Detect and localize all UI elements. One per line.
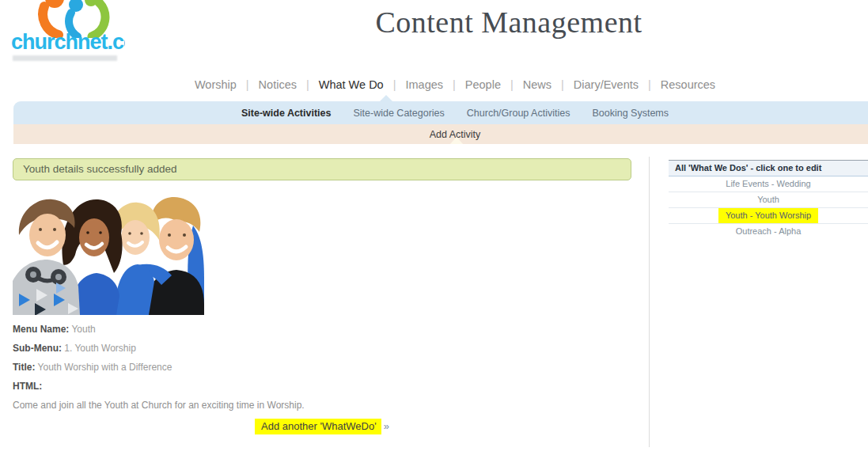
add-another-label: Add another 'WhatWeDo'	[255, 419, 381, 434]
sidebar-item-life-events-wedding[interactable]: Life Events - Wedding	[669, 176, 868, 192]
nav-item-news[interactable]: News	[520, 78, 555, 91]
nav-separator: |	[300, 78, 316, 91]
sidebar-item-youth[interactable]: Youth	[669, 192, 868, 208]
double-chevron-icon: »	[381, 420, 389, 432]
html-content-text: Come and join all the Youth at Church fo…	[13, 400, 305, 411]
success-message: Youth details successfully added	[13, 158, 631, 180]
sidebar-item-highlight: Youth - Youth Worship	[718, 208, 818, 223]
field-label: Title:	[13, 362, 35, 373]
field-label: Menu Name:	[13, 324, 69, 335]
nav-separator: |	[555, 78, 570, 91]
sidebar-header: All 'What We Dos' - click one to edit	[669, 160, 868, 176]
nav-separator: |	[240, 78, 256, 91]
nav-item-diary-events[interactable]: Diary/Events	[570, 78, 642, 91]
nav-separator: |	[446, 78, 462, 91]
subnav-item-site-wide-categories[interactable]: Site-wide Categories	[353, 108, 444, 119]
subnav-item-church-group-activities[interactable]: Church/Group Activities	[467, 108, 570, 119]
field-sub-menu: Sub-Menu: 1. Youth Worship	[13, 343, 136, 354]
field-html: HTML:	[13, 381, 42, 392]
field-value: Youth Worship with a Difference	[38, 362, 172, 373]
primary-nav: Worship| Notices| What We Do| Images| Pe…	[13, 78, 868, 91]
nav-separator: |	[387, 78, 403, 91]
field-label: HTML:	[13, 381, 42, 392]
nav-item-people[interactable]: People	[462, 78, 504, 91]
subnav-bar: Site-wide Activities Site-wide Categorie…	[13, 101, 868, 124]
nav-separator: |	[642, 78, 658, 91]
sidebar-item-outreach-alpha[interactable]: Outreach - Alpha	[669, 224, 868, 240]
nav-item-resources[interactable]: Resources	[658, 78, 718, 91]
subnav-item-site-wide-activities[interactable]: Site-wide Activities	[241, 108, 331, 119]
field-menu-name: Menu Name: Youth	[13, 324, 96, 335]
youth-group-photo	[13, 192, 204, 315]
nav-item-what-we-do[interactable]: What We Do	[316, 78, 387, 91]
field-title: Title: Youth Worship with a Difference	[13, 362, 172, 373]
field-label: Sub-Menu:	[13, 343, 62, 354]
content-sidebar-divider	[649, 157, 650, 447]
add-another-whatwedo-link[interactable]: Add another 'WhatWeDo'»	[13, 420, 631, 432]
what-we-dos-sidebar: All 'What We Dos' - click one to edit Li…	[669, 160, 868, 240]
brand-tagline-blur	[13, 55, 117, 61]
page-title: Content Management	[0, 5, 868, 40]
action-bar: Add Activity	[13, 124, 868, 144]
nav-item-notices[interactable]: Notices	[256, 78, 300, 91]
subnav-item-booking-systems[interactable]: Booking Systems	[592, 108, 669, 119]
sidebar-item-youth-youth-worship[interactable]: Youth - Youth Worship	[669, 208, 868, 224]
nav-item-worship[interactable]: Worship	[191, 78, 240, 91]
active-action-pointer-icon	[450, 137, 463, 144]
field-value: Youth	[71, 324, 95, 335]
nav-item-images[interactable]: Images	[402, 78, 446, 91]
nav-separator: |	[504, 78, 520, 91]
field-value: 1. Youth Worship	[64, 343, 136, 354]
